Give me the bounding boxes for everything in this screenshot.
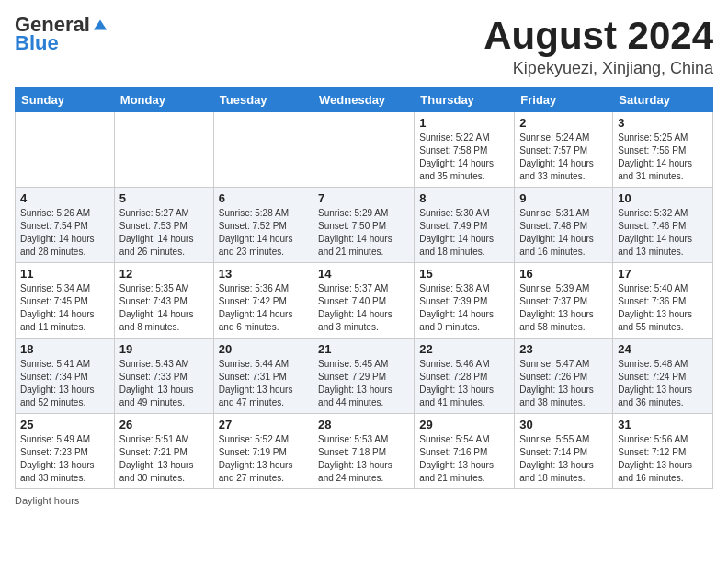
day-info: Sunrise: 5:39 AM Sunset: 7:37 PM Dayligh…	[519, 282, 608, 334]
calendar-cell: 12Sunrise: 5:35 AM Sunset: 7:43 PM Dayli…	[114, 263, 213, 339]
calendar-cell: 25Sunrise: 5:49 AM Sunset: 7:23 PM Dayli…	[16, 414, 115, 489]
day-info: Sunrise: 5:37 AM Sunset: 7:40 PM Dayligh…	[318, 282, 409, 334]
calendar-cell: 21Sunrise: 5:45 AM Sunset: 7:29 PM Dayli…	[313, 339, 415, 414]
day-info: Sunrise: 5:29 AM Sunset: 7:50 PM Dayligh…	[318, 207, 409, 259]
day-number: 29	[419, 418, 509, 431]
calendar-cell: 2Sunrise: 5:24 AM Sunset: 7:57 PM Daylig…	[515, 112, 613, 188]
column-header-monday: Monday	[114, 88, 213, 112]
column-header-tuesday: Tuesday	[213, 88, 313, 112]
calendar-cell: 3Sunrise: 5:25 AM Sunset: 7:56 PM Daylig…	[613, 112, 713, 188]
location-title: Kipekyuezi, Xinjiang, China	[483, 59, 713, 78]
calendar-cell: 10Sunrise: 5:32 AM Sunset: 7:46 PM Dayli…	[613, 188, 713, 263]
calendar-cell: 27Sunrise: 5:52 AM Sunset: 7:19 PM Dayli…	[213, 414, 313, 489]
calendar-cell: 17Sunrise: 5:40 AM Sunset: 7:36 PM Dayli…	[613, 263, 713, 339]
day-number: 27	[219, 418, 308, 431]
calendar-cell: 22Sunrise: 5:46 AM Sunset: 7:28 PM Dayli…	[415, 339, 515, 414]
calendar-cell: 5Sunrise: 5:27 AM Sunset: 7:53 PM Daylig…	[114, 188, 213, 263]
day-info: Sunrise: 5:40 AM Sunset: 7:36 PM Dayligh…	[618, 282, 708, 334]
logo: General Blue	[15, 15, 108, 55]
day-number: 11	[20, 267, 109, 281]
day-number: 14	[318, 267, 409, 281]
column-header-thursday: Thursday	[415, 88, 515, 112]
day-number: 26	[119, 418, 209, 431]
day-info: Sunrise: 5:26 AM Sunset: 7:54 PM Dayligh…	[20, 207, 109, 259]
calendar-cell: 7Sunrise: 5:29 AM Sunset: 7:50 PM Daylig…	[313, 188, 415, 263]
day-info: Sunrise: 5:30 AM Sunset: 7:49 PM Dayligh…	[419, 207, 509, 259]
day-info: Sunrise: 5:35 AM Sunset: 7:43 PM Dayligh…	[119, 282, 209, 334]
day-number: 25	[20, 418, 109, 431]
day-info: Sunrise: 5:41 AM Sunset: 7:34 PM Dayligh…	[20, 358, 109, 409]
calendar-cell: 29Sunrise: 5:54 AM Sunset: 7:16 PM Dayli…	[415, 414, 515, 489]
day-info: Sunrise: 5:25 AM Sunset: 7:56 PM Dayligh…	[618, 132, 708, 183]
calendar-cell: 14Sunrise: 5:37 AM Sunset: 7:40 PM Dayli…	[313, 263, 415, 339]
calendar-cell	[114, 112, 213, 188]
day-number: 6	[219, 191, 308, 205]
calendar-cell: 4Sunrise: 5:26 AM Sunset: 7:54 PM Daylig…	[16, 188, 115, 263]
logo-blue-text: Blue	[15, 31, 59, 55]
day-number: 28	[318, 418, 409, 431]
day-info: Sunrise: 5:43 AM Sunset: 7:33 PM Dayligh…	[119, 358, 209, 409]
day-number: 19	[119, 342, 209, 356]
calendar-cell: 8Sunrise: 5:30 AM Sunset: 7:49 PM Daylig…	[415, 188, 515, 263]
day-number: 15	[419, 267, 509, 281]
week-row-3: 11Sunrise: 5:34 AM Sunset: 7:45 PM Dayli…	[16, 263, 713, 339]
calendar-cell: 6Sunrise: 5:28 AM Sunset: 7:52 PM Daylig…	[213, 188, 313, 263]
week-row-1: 1Sunrise: 5:22 AM Sunset: 7:58 PM Daylig…	[16, 112, 713, 188]
day-number: 16	[519, 267, 608, 281]
calendar-table: SundayMondayTuesdayWednesdayThursdayFrid…	[15, 87, 713, 489]
calendar-cell: 23Sunrise: 5:47 AM Sunset: 7:26 PM Dayli…	[515, 339, 613, 414]
day-number: 8	[419, 191, 509, 205]
day-info: Sunrise: 5:45 AM Sunset: 7:29 PM Dayligh…	[318, 358, 409, 409]
day-info: Sunrise: 5:36 AM Sunset: 7:42 PM Dayligh…	[219, 282, 308, 334]
calendar-cell: 9Sunrise: 5:31 AM Sunset: 7:48 PM Daylig…	[515, 188, 613, 263]
calendar-cell: 16Sunrise: 5:39 AM Sunset: 7:37 PM Dayli…	[515, 263, 613, 339]
day-number: 23	[519, 342, 608, 356]
calendar-cell	[16, 112, 115, 188]
day-info: Sunrise: 5:38 AM Sunset: 7:39 PM Dayligh…	[419, 282, 509, 334]
day-info: Sunrise: 5:52 AM Sunset: 7:19 PM Dayligh…	[219, 433, 308, 485]
day-info: Sunrise: 5:56 AM Sunset: 7:12 PM Dayligh…	[618, 433, 708, 485]
day-info: Sunrise: 5:54 AM Sunset: 7:16 PM Dayligh…	[419, 433, 509, 485]
day-info: Sunrise: 5:55 AM Sunset: 7:14 PM Dayligh…	[519, 433, 608, 485]
day-info: Sunrise: 5:51 AM Sunset: 7:21 PM Dayligh…	[119, 433, 209, 485]
day-info: Sunrise: 5:46 AM Sunset: 7:28 PM Dayligh…	[419, 358, 509, 409]
header-row: SundayMondayTuesdayWednesdayThursdayFrid…	[16, 88, 713, 112]
calendar-cell: 18Sunrise: 5:41 AM Sunset: 7:34 PM Dayli…	[16, 339, 115, 414]
day-number: 12	[119, 267, 209, 281]
day-number: 18	[20, 342, 109, 356]
day-info: Sunrise: 5:32 AM Sunset: 7:46 PM Dayligh…	[618, 207, 708, 259]
calendar-cell: 26Sunrise: 5:51 AM Sunset: 7:21 PM Dayli…	[114, 414, 213, 489]
day-info: Sunrise: 5:27 AM Sunset: 7:53 PM Dayligh…	[119, 207, 209, 259]
page-header: General Blue August 2024 Kipekyuezi, Xin…	[15, 15, 713, 78]
day-info: Sunrise: 5:22 AM Sunset: 7:58 PM Dayligh…	[419, 132, 509, 183]
day-number: 24	[618, 342, 708, 356]
week-row-2: 4Sunrise: 5:26 AM Sunset: 7:54 PM Daylig…	[16, 188, 713, 263]
day-number: 10	[618, 191, 708, 205]
calendar-cell: 15Sunrise: 5:38 AM Sunset: 7:39 PM Dayli…	[415, 263, 515, 339]
day-number: 3	[618, 116, 708, 130]
day-info: Sunrise: 5:48 AM Sunset: 7:24 PM Dayligh…	[618, 358, 708, 409]
month-title: August 2024	[483, 15, 713, 57]
day-number: 13	[219, 267, 308, 281]
day-info: Sunrise: 5:49 AM Sunset: 7:23 PM Dayligh…	[20, 433, 109, 485]
calendar-cell: 30Sunrise: 5:55 AM Sunset: 7:14 PM Dayli…	[515, 414, 613, 489]
day-info: Sunrise: 5:53 AM Sunset: 7:18 PM Dayligh…	[318, 433, 409, 485]
day-number: 17	[618, 267, 708, 281]
day-info: Sunrise: 5:47 AM Sunset: 7:26 PM Dayligh…	[519, 358, 608, 409]
week-row-5: 25Sunrise: 5:49 AM Sunset: 7:23 PM Dayli…	[16, 414, 713, 489]
title-block: August 2024 Kipekyuezi, Xinjiang, China	[483, 15, 713, 78]
column-header-wednesday: Wednesday	[313, 88, 415, 112]
svg-marker-0	[94, 20, 107, 30]
calendar-cell: 19Sunrise: 5:43 AM Sunset: 7:33 PM Dayli…	[114, 339, 213, 414]
calendar-cell: 24Sunrise: 5:48 AM Sunset: 7:24 PM Dayli…	[613, 339, 713, 414]
day-number: 21	[318, 342, 409, 356]
day-info: Sunrise: 5:44 AM Sunset: 7:31 PM Dayligh…	[219, 358, 308, 409]
calendar-cell: 13Sunrise: 5:36 AM Sunset: 7:42 PM Dayli…	[213, 263, 313, 339]
week-row-4: 18Sunrise: 5:41 AM Sunset: 7:34 PM Dayli…	[16, 339, 713, 414]
day-number: 20	[219, 342, 308, 356]
calendar-cell: 11Sunrise: 5:34 AM Sunset: 7:45 PM Dayli…	[16, 263, 115, 339]
logo-icon	[92, 17, 108, 33]
column-header-friday: Friday	[515, 88, 613, 112]
calendar-cell	[213, 112, 313, 188]
column-header-saturday: Saturday	[613, 88, 713, 112]
